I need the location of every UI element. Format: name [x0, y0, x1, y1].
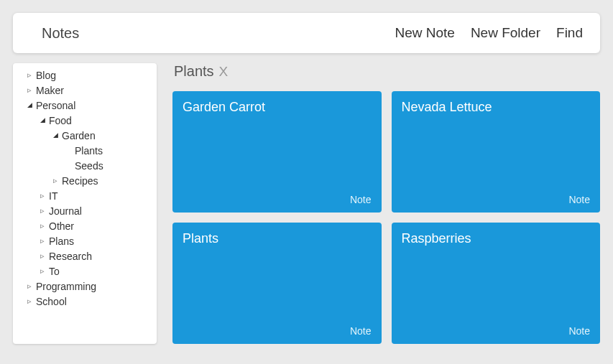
note-card[interactable]: PlantsNote	[172, 223, 382, 344]
find-button[interactable]: Find	[556, 25, 583, 41]
tree-item-label: Food	[49, 115, 72, 126]
tree-item-label: Personal	[36, 100, 75, 111]
tree-item-label: Research	[49, 251, 92, 262]
tree-item-label: Plans	[49, 235, 74, 247]
tree-item[interactable]: ▹Research	[13, 248, 157, 263]
caret-right-icon[interactable]: ▹	[52, 177, 59, 185]
note-cards: Garden CarrotNoteNevada LettuceNotePlant…	[172, 91, 600, 344]
tree-item-label: Other	[49, 220, 74, 232]
tree-item-label: IT	[49, 190, 57, 202]
tree-item-label: Journal	[49, 205, 82, 217]
tree-item[interactable]: ▹Programming	[13, 279, 157, 294]
tree-item[interactable]: ▹School	[13, 294, 157, 309]
breadcrumb: Plants X	[172, 63, 600, 80]
note-card-title: Garden Carrot	[183, 100, 372, 115]
new-note-button[interactable]: New Note	[395, 25, 454, 41]
tree-item[interactable]: ▹Journal	[13, 203, 157, 218]
note-card-type: Note	[350, 194, 372, 205]
tree-item-label: Programming	[36, 281, 96, 292]
top-bar: Notes New Note New Folder Find	[13, 13, 600, 53]
top-actions: New Note New Folder Find	[395, 25, 583, 41]
tree-item-label: Maker	[36, 85, 64, 96]
tree-item[interactable]: Plants	[13, 143, 157, 158]
caret-right-icon[interactable]: ▹	[39, 267, 46, 275]
tree-item[interactable]: ▹Recipes	[13, 173, 157, 188]
breadcrumb-close-icon[interactable]: X	[219, 64, 229, 80]
caret-right-icon[interactable]: ▹	[39, 222, 46, 230]
note-card-title: Raspberries	[402, 231, 591, 246]
caret-right-icon[interactable]: ▹	[39, 207, 46, 215]
tree-item-label: Garden	[62, 130, 96, 141]
tree-item-label: Blog	[36, 70, 56, 81]
caret-right-icon[interactable]: ▹	[26, 71, 33, 79]
tree-item[interactable]: ◢Personal	[13, 98, 157, 113]
note-card[interactable]: RaspberriesNote	[392, 223, 601, 344]
caret-down-icon[interactable]: ◢	[26, 102, 33, 108]
note-card-title: Nevada Lettuce	[402, 100, 591, 115]
tree-item[interactable]: ◢Garden	[13, 128, 157, 143]
note-card-type: Note	[568, 194, 590, 205]
tree-item[interactable]: ▹Other	[13, 218, 157, 233]
caret-right-icon[interactable]: ▹	[39, 252, 46, 260]
tree-item[interactable]: ◢Food	[13, 113, 157, 128]
caret-right-icon[interactable]: ▹	[26, 282, 33, 290]
tree-item[interactable]: ▹Maker	[13, 83, 157, 98]
tree-item[interactable]: ▹Plans	[13, 233, 157, 248]
caret-right-icon[interactable]: ▹	[39, 192, 46, 200]
note-card[interactable]: Garden CarrotNote	[172, 91, 382, 213]
note-card-type: Note	[568, 325, 590, 337]
caret-down-icon[interactable]: ◢	[39, 117, 46, 123]
note-card[interactable]: Nevada LettuceNote	[392, 91, 601, 213]
tree-item-label: School	[36, 296, 67, 307]
main-content: Plants X Garden CarrotNoteNevada Lettuce…	[172, 63, 600, 344]
folder-tree: ▹Blog▹Maker◢Personal◢Food◢GardenPlantsSe…	[13, 63, 157, 344]
caret-down-icon[interactable]: ◢	[52, 132, 59, 139]
breadcrumb-title: Plants	[174, 63, 214, 80]
tree-item-label: To	[49, 266, 60, 277]
note-card-type: Note	[350, 325, 372, 337]
tree-item[interactable]: Seeds	[13, 158, 157, 173]
caret-right-icon[interactable]: ▹	[39, 237, 46, 245]
app-title: Notes	[42, 25, 79, 42]
new-folder-button[interactable]: New Folder	[471, 25, 540, 41]
tree-item[interactable]: ▹IT	[13, 188, 157, 203]
note-card-title: Plants	[183, 231, 372, 246]
caret-right-icon[interactable]: ▹	[26, 297, 33, 305]
tree-item-label: Seeds	[75, 160, 103, 172]
tree-item[interactable]: ▹Blog	[13, 67, 157, 83]
tree-item[interactable]: ▹To	[13, 263, 157, 279]
tree-item-label: Recipes	[62, 175, 98, 187]
tree-item-label: Plants	[75, 145, 103, 157]
caret-right-icon[interactable]: ▹	[26, 86, 33, 94]
